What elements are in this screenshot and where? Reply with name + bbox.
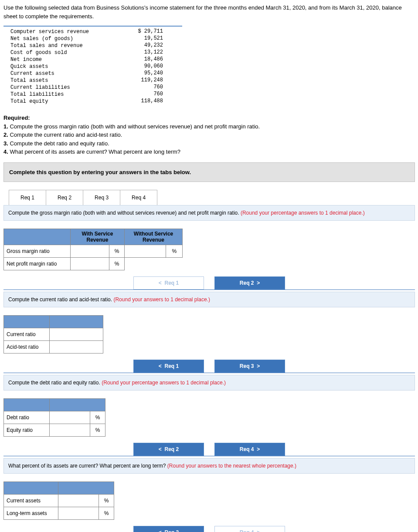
req2-prev-button[interactable]: < Req 1 — [133, 360, 204, 373]
tab-req3[interactable]: Req 3 — [83, 190, 120, 205]
fin-label: Net income — [3, 56, 124, 63]
req1-prompt: Compute the gross margin ratio (both wit… — [3, 205, 415, 221]
req2-current-input[interactable] — [52, 330, 100, 338]
req4-hint: (Round your answers to the nearest whole… — [167, 463, 296, 469]
req1-table: With Service Revenue Without Service Rev… — [3, 229, 183, 270]
required-item-1: Compute the gross margin ratio (both wit… — [10, 123, 260, 130]
req3-next-button[interactable]: Req 4 > — [214, 443, 285, 456]
req3-row2-label: Equity ratio — [4, 424, 50, 436]
required-num-2: 2. — [3, 131, 8, 138]
fin-value: 760 — [124, 91, 166, 98]
req3-debt-input[interactable] — [52, 414, 87, 421]
fin-label: Total assets — [3, 77, 124, 84]
chevron-left-icon: < — [159, 363, 162, 369]
fin-label: Computer services revenue — [3, 28, 124, 35]
req2-next-button[interactable]: Req 3 > — [214, 360, 285, 373]
req2-prompt-text: Compute the current ratio and acid-test … — [8, 296, 113, 303]
req3-equity-input[interactable] — [52, 426, 87, 434]
instruction-box: Complete this question by entering your … — [3, 162, 415, 182]
req4-prompt: What percent of its assets are current? … — [3, 458, 415, 474]
req3-prompt: Compute the debt ratio and equity ratio.… — [3, 375, 415, 391]
req2-section: Compute the current ratio and acid-test … — [3, 292, 415, 373]
chevron-left-icon: < — [159, 446, 162, 452]
req4-table: Current assets% Long-term assets% — [3, 481, 114, 520]
required-item-3: Compute the debt ratio and equity ratio. — [10, 140, 109, 147]
required-item-2: Compute the current ratio and acid-test … — [10, 131, 122, 138]
req1-section: Compute the gross margin ratio (both wit… — [3, 205, 415, 290]
req1-col1: With Service Revenue — [71, 229, 125, 245]
pct-unit: % — [109, 257, 125, 270]
chevron-right-icon: > — [257, 446, 260, 452]
tab-req1[interactable]: Req 1 — [9, 190, 46, 205]
financial-data-table: Computer services revenue$ 29,711Net sal… — [3, 26, 182, 107]
fin-value: 95,240 — [124, 70, 166, 77]
req1-prev-button[interactable]: < Req 1 — [133, 276, 204, 290]
fin-value: 18,486 — [124, 56, 166, 63]
required-title: Required: — [3, 114, 30, 121]
chevron-right-icon: > — [257, 529, 260, 532]
fin-label: Current liabilities — [3, 84, 124, 91]
fin-value: 119,248 — [124, 77, 166, 84]
fin-value: 118,488 — [124, 98, 166, 105]
req1-row2-label: Net profit margin ratio — [4, 257, 71, 270]
required-num-4: 4. — [3, 148, 8, 155]
chevron-right-icon: > — [257, 280, 260, 286]
fin-label: Quick assets — [3, 63, 124, 70]
req1-gross-without-input[interactable] — [127, 247, 163, 255]
pct-unit: % — [99, 507, 114, 519]
fin-value: 19,521 — [124, 35, 166, 42]
req4-section: What percent of its assets are current? … — [3, 458, 415, 532]
req4-prev-button[interactable]: < Req 3 — [133, 526, 204, 532]
chevron-left-icon: < — [159, 280, 162, 286]
req4-longterm-input[interactable] — [61, 509, 96, 517]
req4-current-input[interactable] — [61, 497, 96, 505]
req1-next-button[interactable]: Req 2 > — [214, 276, 285, 290]
fin-label: Total sales and revenue — [3, 42, 124, 49]
req3-prev-button[interactable]: < Req 2 — [133, 443, 204, 456]
required-block: Required: 1. Compute the gross margin ra… — [3, 114, 415, 156]
chevron-left-icon: < — [159, 529, 162, 532]
fin-value: 90,060 — [124, 63, 166, 70]
fin-value: $ 29,711 — [124, 28, 166, 35]
req1-gross-with-input[interactable] — [73, 247, 106, 255]
fin-label: Total liabilities — [3, 91, 124, 98]
req2-hint: (Round your answers to 1 decimal place.) — [113, 296, 210, 303]
fin-value: 760 — [124, 84, 166, 91]
pct-unit: % — [90, 424, 105, 436]
req4-next-button[interactable]: Req 4 > — [214, 526, 285, 532]
req2-row1-label: Current ratio — [4, 328, 50, 340]
req3-hint: (Round your percentage answers to 1 deci… — [102, 380, 226, 386]
required-num-3: 3. — [3, 140, 8, 147]
pct-unit: % — [109, 245, 125, 257]
intro-text: Use the following selected data from Bus… — [3, 3, 415, 20]
req3-table: Debt ratio% Equity ratio% — [3, 398, 105, 437]
req4-row1-label: Current assets — [4, 494, 58, 507]
required-num-1: 1. — [3, 123, 8, 130]
chevron-right-icon: > — [257, 363, 260, 369]
req4-prompt-text: What percent of its assets are current? … — [8, 463, 167, 469]
required-item-4: What percent of its assets are current? … — [10, 148, 180, 155]
req2-row2-label: Acid-test ratio — [4, 340, 50, 353]
req1-hint: (Round your percentage answers to 1 deci… — [241, 210, 365, 216]
fin-label: Current assets — [3, 70, 124, 77]
req3-row1-label: Debt ratio — [4, 411, 50, 424]
fin-label: Net sales (of goods) — [3, 35, 124, 42]
req3-prompt-text: Compute the debt ratio and equity ratio. — [8, 380, 102, 386]
pct-unit: % — [166, 245, 183, 257]
req2-table: Current ratio Acid-test ratio — [3, 315, 103, 354]
req1-net-with-input[interactable] — [73, 260, 106, 268]
req1-col2: Without Service Revenue — [125, 229, 183, 245]
req1-prompt-text: Compute the gross margin ratio (both wit… — [8, 210, 241, 216]
tab-req4[interactable]: Req 4 — [120, 190, 157, 205]
req2-acid-input[interactable] — [52, 343, 100, 351]
req3-section: Compute the debt ratio and equity ratio.… — [3, 375, 415, 456]
fin-label: Total equity — [3, 98, 124, 105]
tab-req2[interactable]: Req 2 — [46, 190, 83, 205]
tab-strip: Req 1 Req 2 Req 3 Req 4 — [9, 190, 415, 205]
pct-unit: % — [90, 411, 105, 424]
fin-label: Cost of goods sold — [3, 49, 124, 56]
pct-unit: % — [99, 494, 114, 507]
req2-prompt: Compute the current ratio and acid-test … — [3, 292, 415, 307]
req1-row1-label: Gross margin ratio — [4, 245, 71, 257]
req4-row2-label: Long-term assets — [4, 507, 58, 519]
